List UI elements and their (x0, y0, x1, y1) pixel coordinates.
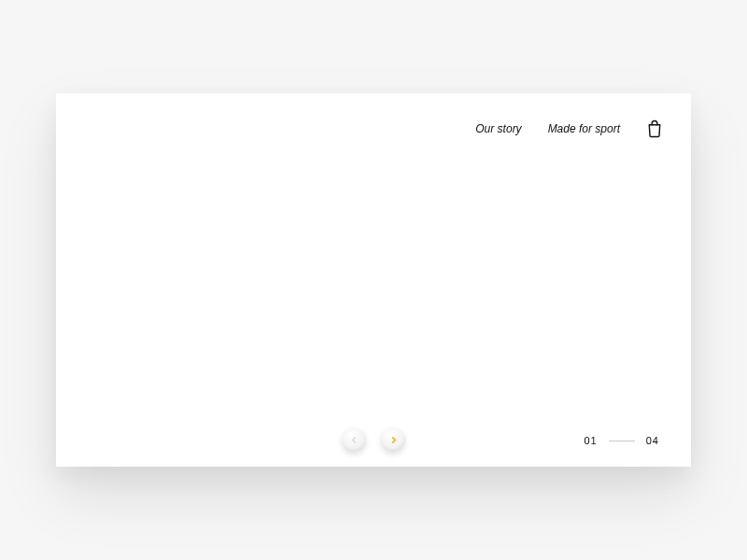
hero-card: Our story Made for sport 01 04 (56, 93, 691, 467)
page-total: 04 (646, 435, 659, 446)
top-nav: Our story Made for sport (475, 119, 663, 138)
page-separator-line (609, 441, 635, 441)
prev-button[interactable] (342, 427, 366, 452)
page-current: 01 (585, 435, 598, 446)
nav-link-made-for-sport[interactable]: Made for sport (548, 122, 620, 135)
shopping-bag-icon[interactable] (646, 119, 663, 138)
next-button[interactable] (381, 427, 405, 452)
nav-link-our-story[interactable]: Our story (475, 122, 521, 135)
page-indicator: 01 04 (585, 435, 660, 446)
